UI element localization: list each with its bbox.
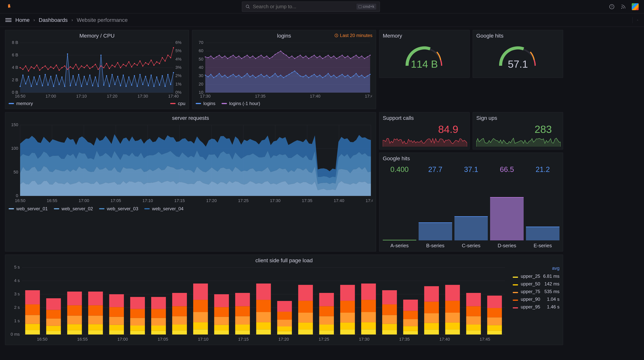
svg-text:3%: 3%: [176, 65, 182, 70]
panel-google-gauge[interactable]: Google hits 57.1: [473, 30, 563, 78]
svg-rect-365: [130, 297, 145, 309]
legend-row-upper_95[interactable]: upper_951.46 s: [513, 303, 560, 311]
svg-point-131: [148, 64, 149, 65]
panel-memory-cpu[interactable]: Memory / CPU 0 B2 B4 B6 B8 B0%1%2%3%4%5%…: [5, 30, 189, 109]
panel-page-load[interactable]: client side full page load 0 ms1 s2 s3 s…: [5, 254, 563, 345]
panel-support-calls[interactable]: Support calls 84.9: [379, 112, 470, 150]
svg-rect-423: [382, 315, 397, 324]
svg-point-99: [59, 70, 60, 71]
global-search[interactable]: cmd+k: [242, 2, 380, 12]
svg-point-226: [222, 76, 222, 77]
help-icon[interactable]: ?: [609, 4, 615, 10]
menu-toggle[interactable]: [5, 18, 12, 22]
svg-point-180: [261, 55, 262, 56]
crumb-home[interactable]: Home: [15, 17, 30, 23]
panel-google-bars[interactable]: Google hits 0.400A-series27.7B-series37.…: [379, 152, 563, 252]
svg-point-244: [272, 76, 273, 76]
legend-logins[interactable]: logins: [196, 101, 216, 106]
legend-logins-1h[interactable]: logins (-1 hour): [222, 101, 260, 106]
panel-memory-gauge[interactable]: Memory 114 B: [379, 30, 470, 78]
bar-B-series[interactable]: 27.7B-series: [418, 166, 452, 249]
bar-E-series[interactable]: 21.2E-series: [526, 166, 560, 249]
crumb-current: Website performance: [77, 17, 128, 23]
svg-point-188: [283, 53, 284, 54]
svg-point-259: [314, 74, 315, 75]
svg-rect-393: [256, 312, 271, 322]
svg-rect-338: [25, 315, 40, 324]
svg-point-132: [151, 60, 152, 61]
svg-text:4%: 4%: [176, 57, 182, 62]
svg-rect-396: [277, 331, 292, 335]
svg-point-66: [123, 74, 124, 76]
legend-row-upper_50[interactable]: upper_50142 ms: [513, 280, 560, 288]
svg-point-267: [336, 77, 337, 78]
legend-ws1[interactable]: web_server_01: [8, 206, 48, 212]
crumb-dashboards[interactable]: Dashboards: [39, 17, 68, 23]
svg-point-125: [131, 66, 132, 68]
search-input[interactable]: [253, 4, 354, 10]
svg-point-43: [59, 84, 60, 85]
svg-point-101: [64, 65, 65, 66]
svg-point-42: [56, 74, 57, 76]
svg-rect-420: [361, 284, 376, 300]
legend-ws4[interactable]: web_server_04: [144, 206, 184, 212]
panel-server-requests[interactable]: server requests 05010015016:5016:5517:00…: [5, 112, 376, 252]
svg-point-30: [22, 74, 24, 76]
svg-point-130: [145, 62, 146, 63]
svg-point-200: [317, 57, 318, 58]
svg-point-54: [89, 74, 90, 76]
panel-logins[interactable]: logins Last 20 minutes 1020304050607017:…: [192, 30, 376, 109]
legend-cpu[interactable]: cpu: [170, 101, 185, 106]
bar-C-series[interactable]: 37.1C-series: [454, 166, 488, 249]
svg-point-74: [145, 76, 146, 77]
svg-text:17:40: 17:40: [310, 94, 320, 98]
legend-row-upper_90[interactable]: upper_901.04 s: [513, 296, 560, 303]
rss-icon[interactable]: [620, 4, 626, 10]
legend-ws2[interactable]: web_server_02: [54, 206, 93, 212]
svg-text:17:45: 17:45: [366, 198, 373, 203]
svg-point-61: [109, 86, 110, 87]
svg-text:17:45: 17:45: [480, 337, 490, 342]
svg-rect-429: [403, 311, 418, 319]
svg-point-75: [148, 85, 149, 86]
svg-text:17:25: 17:25: [238, 198, 248, 203]
svg-point-227: [224, 75, 226, 76]
svg-rect-345: [46, 298, 61, 310]
time-range-badge[interactable]: Last 20 minutes: [334, 33, 372, 38]
svg-point-260: [317, 76, 318, 77]
svg-text:16:50: 16:50: [15, 94, 25, 98]
chart-logins: 1020304050607017:3017:3517:4017:45: [196, 41, 372, 98]
svg-rect-409: [319, 306, 334, 316]
bar-A-series[interactable]: 0.400A-series: [383, 166, 416, 249]
svg-point-178: [255, 58, 256, 59]
user-avatar[interactable]: [632, 3, 639, 10]
svg-rect-398: [277, 320, 292, 326]
svg-rect-435: [424, 286, 439, 302]
legend-memory[interactable]: memory: [8, 101, 33, 106]
panel-signups[interactable]: Sign ups 283: [473, 112, 563, 150]
legend-row-upper_75[interactable]: upper_75535 ms: [513, 288, 560, 296]
svg-point-194: [300, 55, 301, 56]
svg-point-241: [264, 76, 264, 77]
svg-point-239: [258, 76, 259, 76]
svg-text:0: 0: [16, 193, 18, 198]
svg-point-176: [250, 57, 250, 58]
legend-row-upper_25[interactable]: upper_256.81 ms: [513, 272, 560, 280]
svg-rect-347: [67, 324, 82, 330]
svg-rect-432: [424, 323, 439, 330]
svg-text:17:35: 17:35: [302, 198, 312, 203]
svg-rect-340: [25, 290, 40, 304]
svg-rect-410: [319, 293, 334, 306]
chart-memory-cpu: 0 B2 B4 B6 B8 B0%1%2%3%4%5%6%16:5017:001…: [8, 41, 185, 98]
grafana-logo[interactable]: [5, 3, 13, 10]
svg-point-237: [252, 75, 253, 76]
panel-grid: Memory / CPU 0 B2 B4 B6 B8 B0%1%2%3%4%5%…: [0, 27, 644, 348]
svg-point-60: [106, 75, 107, 76]
legend-ws3[interactable]: web_server_03: [99, 206, 138, 212]
svg-text:17:00: 17:00: [78, 198, 89, 203]
collapse-icon[interactable]: [632, 17, 639, 23]
svg-point-63: [114, 84, 116, 85]
svg-point-138: [167, 55, 168, 56]
svg-rect-436: [445, 330, 460, 334]
bar-D-series[interactable]: 66.5D-series: [490, 166, 524, 249]
